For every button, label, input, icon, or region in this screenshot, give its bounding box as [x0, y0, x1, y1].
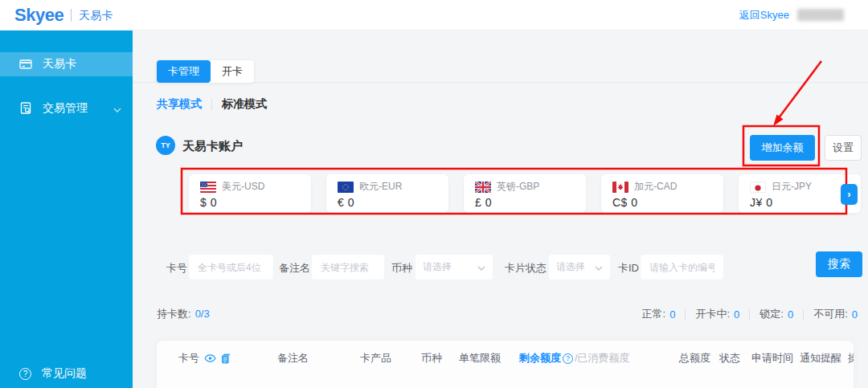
currency-amount: C$ 0	[612, 196, 723, 209]
stat-opening-value: 0	[734, 308, 739, 321]
col-single-limit: 单笔限额	[459, 351, 501, 366]
eu-flag-icon	[338, 182, 354, 193]
question-icon: ?	[19, 368, 31, 380]
stat-unavailable-label: 不可用:	[813, 307, 848, 321]
card-id-label: 卡ID	[618, 261, 639, 276]
mode-divider	[211, 99, 212, 110]
card-icon	[19, 58, 32, 71]
holding-value: 0/3	[195, 308, 210, 320]
col-card-number: 卡号	[178, 351, 231, 366]
jp-flag-icon	[750, 182, 766, 193]
col-currency: 币种	[421, 351, 442, 366]
carousel-next-button[interactable]: ›	[841, 184, 858, 205]
stat-locked-value: 0	[788, 308, 793, 321]
topbar: Skyee 天易卡 返回Skyee	[0, 0, 868, 31]
currency-cards: 美元-USD $ 0 欧元-EUR € 0 英镑-GBP £ 0	[189, 174, 861, 213]
currency-card-usd: 美元-USD $ 0	[189, 174, 311, 213]
currency-name: 美元-USD	[222, 180, 264, 194]
ca-flag-icon	[612, 182, 628, 193]
help-icon[interactable]: ?	[563, 353, 573, 364]
col-product: 卡产品	[360, 351, 391, 366]
sidebar-item-label: 天易卡	[43, 57, 76, 71]
account-title: 天易卡账户	[182, 139, 243, 154]
sidebar-item-tianyi-card[interactable]: 天易卡	[0, 52, 133, 76]
holding-label: 持卡数:	[157, 308, 191, 320]
currency-amount: $ 0	[200, 196, 311, 209]
card-table: 卡号 备注名 卡产品 币种 单笔限额 剩余额度 ? /已消费额度 总额度 状态 …	[157, 341, 854, 388]
back-to-skyee-link[interactable]: 返回Skyee	[739, 8, 789, 22]
settings-button[interactable]: 设置	[825, 135, 862, 161]
search-button[interactable]: 搜索	[816, 251, 862, 277]
currency-name: 日元-JPY	[772, 180, 812, 194]
annotation-arrow-head	[773, 115, 784, 127]
chevron-down-icon	[113, 102, 121, 115]
col-status: 状态	[719, 351, 740, 366]
col-note: 备注名	[277, 351, 309, 366]
chevron-down-icon	[595, 261, 603, 273]
consumed-label: /已消费额度	[575, 351, 630, 366]
mode-switch: 共享模式 标准模式	[157, 97, 267, 112]
note-label: 备注名	[279, 261, 310, 276]
tab-open-card[interactable]: 开卡	[211, 60, 254, 83]
us-flag-icon	[200, 182, 216, 193]
sidebar-item-faq[interactable]: ? 常见问题	[0, 361, 133, 386]
col-remaining-limit: 剩余额度 ? /已消费额度	[519, 351, 630, 366]
card-number-input[interactable]	[189, 255, 273, 280]
currency-name: 英镑-GBP	[497, 180, 539, 194]
currency-card-gbp: 英镑-GBP £ 0	[464, 174, 586, 213]
sidebar-item-transactions[interactable]: 交易管理	[0, 96, 133, 120]
currency-name: 欧元-EUR	[359, 180, 402, 194]
card-number-label: 卡号	[166, 261, 187, 276]
col-apply-time: 申请时间	[751, 351, 793, 366]
stat-locked-label: 锁定:	[760, 307, 784, 321]
currency-card-cad: 加元-CAD C$ 0	[601, 174, 723, 213]
card-status-select[interactable]: 请选择	[549, 255, 610, 280]
currency-amount: € 0	[338, 196, 448, 209]
stat-divider	[685, 309, 686, 320]
col-total-limit: 总额度	[679, 351, 710, 366]
holding-count: 持卡数:0/3	[157, 307, 210, 321]
currency-select[interactable]: 请选择	[416, 255, 493, 280]
col-action: 操作	[848, 351, 854, 366]
annotation-arrow-line	[778, 61, 821, 119]
currency-name: 加元-CAD	[634, 180, 677, 194]
mode-shared[interactable]: 共享模式	[157, 97, 202, 112]
card-status-select-value: 请选择	[556, 260, 585, 274]
remaining-label: 剩余额度	[519, 351, 561, 366]
stat-opening-label: 开卡中:	[695, 307, 730, 321]
app-root: Skyee 天易卡 返回Skyee 天易卡 交易管理 ? 常见问题	[0, 0, 868, 388]
status-counts: 正常: 0 开卡中: 0 锁定: 0 不可用: 0	[642, 307, 858, 321]
sidebar-item-label: 交易管理	[43, 101, 88, 116]
currency-select-value: 请选择	[423, 260, 452, 274]
card-tabs: 卡管理 开卡	[157, 60, 254, 83]
currency-card-eur: 欧元-EUR € 0	[326, 174, 448, 213]
add-balance-button[interactable]: 增加余额	[750, 135, 815, 161]
chevron-down-icon	[477, 261, 485, 273]
file-search-icon	[19, 102, 32, 115]
currency-amount: £ 0	[475, 196, 586, 209]
card-status-label: 卡片状态	[505, 261, 547, 276]
stat-divider	[749, 309, 750, 320]
username-redacted[interactable]	[797, 9, 844, 21]
stat-unavailable-value: 0	[852, 308, 858, 321]
col-notify: 通知提醒	[800, 351, 841, 366]
mode-standard[interactable]: 标准模式	[222, 97, 267, 112]
card-id-input[interactable]	[641, 255, 723, 280]
tab-card-management[interactable]: 卡管理	[157, 60, 211, 83]
stat-normal-value: 0	[669, 308, 675, 321]
sidebar: 天易卡 交易管理 ? 常见问题	[0, 31, 133, 388]
gb-flag-icon	[475, 182, 491, 193]
stat-divider	[803, 309, 804, 320]
skyee-logo: Skyee	[14, 5, 63, 26]
col-card-number-label: 卡号	[178, 351, 199, 366]
currency-filter-label: 币种	[391, 261, 412, 276]
eye-icon[interactable]	[204, 354, 216, 362]
logo-product-name: 天易卡	[71, 9, 113, 22]
stat-normal-label: 正常:	[642, 307, 666, 321]
sidebar-item-label: 常见问题	[42, 366, 87, 381]
copy-icon[interactable]	[221, 353, 231, 364]
note-input[interactable]	[312, 255, 384, 280]
ty-account-badge: TY	[156, 136, 175, 155]
